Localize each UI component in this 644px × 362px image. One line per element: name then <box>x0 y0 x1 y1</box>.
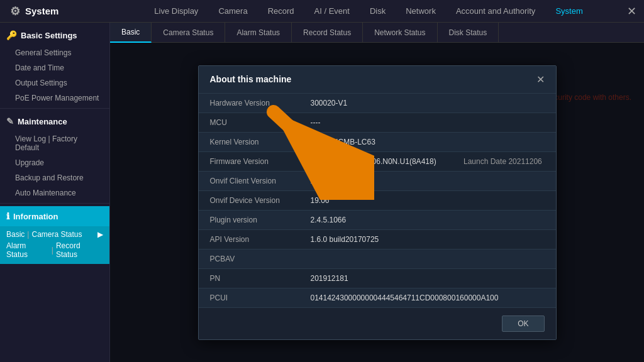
sidebar-information-label: Information <box>13 212 58 221</box>
field-label-onvif-device: Onvif Device Version <box>199 190 299 210</box>
sidebar-item-upgrade[interactable]: Upgrade <box>0 155 109 170</box>
field-value-onvif-client: 17.06 <box>299 171 556 190</box>
main-content-area: Basic Camera Status Alarm Status Record … <box>110 23 644 362</box>
field-value-api: 1.6.0 build20170725 <box>299 229 556 249</box>
sidebar-info-alarm-status[interactable]: Alarm Status <box>6 241 49 259</box>
sidebar-section-information[interactable]: ℹ Information <box>0 206 109 226</box>
sidebar-item-output-settings[interactable]: Output Settings <box>0 75 109 90</box>
tab-camera-status[interactable]: Camera Status <box>152 23 225 43</box>
about-machine-modal: About this machine ✕ Hardware Version 30… <box>198 65 557 340</box>
modal-footer: OK <box>199 307 556 339</box>
sidebar-info-submenu: Basic | Camera Status ▶ Alarm Status | R… <box>0 226 109 264</box>
main-nav: Live Display Camera Record AI / Event Di… <box>110 6 627 16</box>
table-row: API Version 1.6.0 build20170725 <box>199 229 556 249</box>
field-value-pcbav <box>299 249 556 268</box>
sidebar-divider-2 <box>0 203 109 204</box>
sidebar-item-poe[interactable]: PoE Power Management <box>0 90 109 106</box>
field-value-pcui: 01414243000000004445464711CD000800160000… <box>299 288 556 307</box>
info-icon: ℹ <box>6 211 9 221</box>
sidebar-divider-1 <box>0 108 109 109</box>
nav-live-display[interactable]: Live Display <box>154 6 198 16</box>
top-nav-right: ✕ <box>627 4 644 18</box>
sidebar-info-row2: Alarm Status | Record Status <box>6 240 103 260</box>
content-area: security code with others. <box>110 43 644 362</box>
field-label-pcbav: PCBAV <box>199 249 299 268</box>
chevron-right-icon: ▶ <box>97 230 103 239</box>
field-label-api: API Version <box>199 229 299 249</box>
field-label-pcui: PCUI <box>199 288 299 307</box>
field-label-kernel: Kernel Version <box>199 132 299 151</box>
field-value-kernel: KASA-KCMB-LC63 <box>299 132 556 151</box>
nav-system[interactable]: System <box>555 6 582 16</box>
table-row: PN 201912181 <box>199 268 556 288</box>
sidebar-info-record-status[interactable]: Record Status <box>56 241 103 259</box>
sub-tabs-bar: Basic Camera Status Alarm Status Record … <box>110 23 644 43</box>
nav-account[interactable]: Account and Authority <box>456 6 535 16</box>
table-row: MCU ---- <box>199 112 556 132</box>
sidebar-item-backup[interactable]: Backup and Restore <box>0 170 109 185</box>
table-row: PCUI 01414243000000004445464711CD0008001… <box>199 288 556 307</box>
sidebar: 🔑 Basic Settings General Settings Date a… <box>0 23 110 362</box>
table-row: Onvif Device Version 19.06 <box>199 190 556 210</box>
sidebar-item-auto-maintenance[interactable]: Auto Maintenance <box>0 185 109 200</box>
table-row: Onvif Client Version 17.06 <box>199 171 556 190</box>
tab-basic[interactable]: Basic <box>110 23 152 43</box>
modal-body: Hardware Version 300020-V1 MCU ---- Kern… <box>199 94 556 307</box>
sidebar-section-basic-settings[interactable]: 🔑 Basic Settings <box>0 25 109 45</box>
sidebar-info-row1: Basic | Camera Status ▶ <box>6 229 103 240</box>
field-value-pn: 201912181 <box>299 268 556 288</box>
table-row: Firmware Version 1.4.6.48120B211206.N0N.… <box>199 151 556 171</box>
wrench-icon: ✎ <box>6 116 14 126</box>
sidebar-item-general-settings[interactable]: General Settings <box>0 45 109 60</box>
sidebar-item-viewlog[interactable]: View Log | Factory Default <box>0 131 109 155</box>
key-icon: 🔑 <box>6 30 17 40</box>
nav-network[interactable]: Network <box>406 6 436 16</box>
tab-disk-status[interactable]: Disk Status <box>438 23 499 43</box>
sidebar-info-basic[interactable]: Basic <box>6 230 25 239</box>
info-table: Hardware Version 300020-V1 MCU ---- Kern… <box>199 94 556 307</box>
table-row: Hardware Version 300020-V1 <box>199 94 556 113</box>
nav-record[interactable]: Record <box>268 6 294 16</box>
table-row: Plugin version 2.4.5.1066 <box>199 210 556 229</box>
nav-ai-event[interactable]: AI / Event <box>314 6 350 16</box>
main-layout: 🔑 Basic Settings General Settings Date a… <box>0 23 644 362</box>
nav-disk[interactable]: Disk <box>370 6 386 16</box>
sidebar-section-maintenance[interactable]: ✎ Maintenance <box>0 111 109 131</box>
modal-overlay: About this machine ✕ Hardware Version 30… <box>110 43 644 362</box>
ok-button[interactable]: OK <box>502 315 544 332</box>
tab-record-status[interactable]: Record Status <box>292 23 363 43</box>
app-title: System <box>25 6 58 16</box>
field-value-firmware: 1.4.6.48120B211206.N0N.U1(8A418) Launch … <box>299 151 556 171</box>
field-value-mcu: ---- <box>299 112 556 132</box>
modal-close-button[interactable]: ✕ <box>536 74 545 85</box>
field-label-pn: PN <box>199 268 299 288</box>
modal-header: About this machine ✕ <box>199 66 556 94</box>
sidebar-item-date-time[interactable]: Date and Time <box>0 60 109 75</box>
field-value-hardware: 300020-V1 <box>299 94 556 113</box>
sidebar-maintenance-label: Maintenance <box>18 117 67 126</box>
field-label-firmware: Firmware Version <box>199 151 299 171</box>
modal-title: About this machine <box>210 74 292 84</box>
top-nav-bar: ⚙ System Live Display Camera Record AI /… <box>0 0 644 23</box>
app-title-area: ⚙ System <box>0 4 110 18</box>
field-label-plugin: Plugin version <box>199 210 299 229</box>
close-window-button[interactable]: ✕ <box>627 4 636 18</box>
field-value-onvif-device: 19.06 <box>299 190 556 210</box>
gear-icon: ⚙ <box>10 4 20 18</box>
table-row: Kernel Version KASA-KCMB-LC63 <box>199 132 556 151</box>
field-label-mcu: MCU <box>199 112 299 132</box>
sidebar-info-camera-status[interactable]: Camera Status <box>31 230 82 239</box>
field-label-hardware: Hardware Version <box>199 94 299 113</box>
field-value-plugin: 2.4.5.1066 <box>299 210 556 229</box>
table-row: PCBAV <box>199 249 556 268</box>
nav-camera[interactable]: Camera <box>218 6 247 16</box>
launch-date: Launch Date 20211206 <box>464 157 542 166</box>
tab-alarm-status[interactable]: Alarm Status <box>225 23 292 43</box>
tab-network-status[interactable]: Network Status <box>363 23 437 43</box>
sidebar-basic-settings-label: Basic Settings <box>21 31 77 40</box>
field-label-onvif-client: Onvif Client Version <box>199 171 299 190</box>
